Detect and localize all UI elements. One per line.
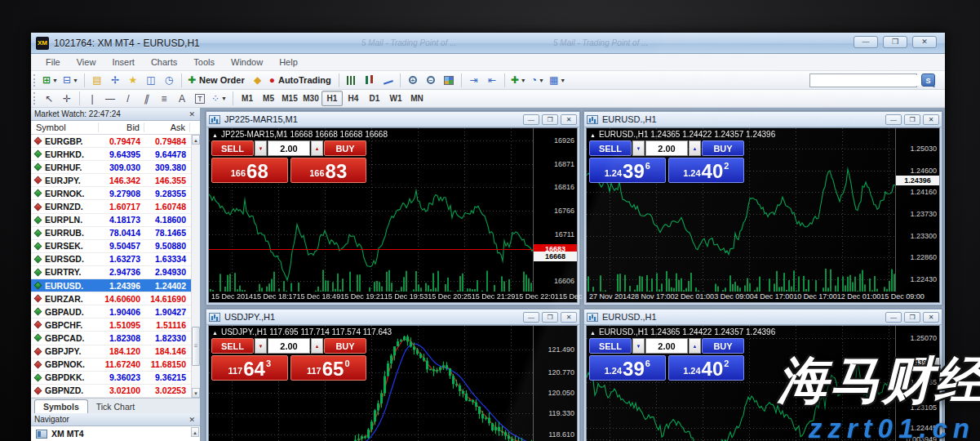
volume-input[interactable]: 2.00 [268, 140, 310, 156]
new-order-button[interactable]: ✚New Order [185, 73, 249, 88]
timeframe-h1[interactable]: H1 [321, 91, 343, 106]
templates-button[interactable]: ▦▼ [547, 73, 568, 88]
minimize-button[interactable]: — [523, 312, 539, 323]
market-watch-row-gbpaud[interactable]: GBPAUD.1.904061.90427 [31, 305, 200, 318]
arrows-tool-button[interactable]: ⁘▼ [209, 91, 229, 106]
close-button[interactable]: ✕ [923, 114, 939, 125]
buy-price-box[interactable]: 16683 [290, 158, 367, 183]
market-watch-row-eurnzd[interactable]: EURNZD.1.607171.60748 [31, 200, 200, 213]
volume-decrease-button[interactable]: ▼ [632, 140, 645, 156]
timeframe-m5[interactable]: M5 [258, 91, 279, 106]
buy-button[interactable]: BUY [702, 338, 744, 354]
column-bid[interactable]: Bid [99, 122, 144, 132]
bar-chart-button[interactable] [343, 73, 361, 88]
buy-price-box[interactable]: 117650 [290, 355, 367, 381]
market-watch-row-gbpnzd[interactable]: GBPNZD.3.021003.02253 [31, 385, 200, 398]
candlestick-chart-button[interactable] [361, 73, 379, 88]
market-watch-row-eurhuf[interactable]: EURHUF.309.030309.380 [31, 161, 200, 174]
chart-shift-button[interactable]: ⇤ [483, 73, 501, 88]
close-button[interactable]: ✕ [912, 36, 937, 48]
line-chart-button[interactable] [379, 73, 397, 88]
navigator-toggle[interactable]: ★ [124, 73, 142, 88]
timeframe-h4[interactable]: H4 [343, 91, 364, 106]
buy-button[interactable]: BUY [702, 140, 744, 156]
collapse-panel-icon[interactable]: ▲ [590, 330, 596, 336]
restore-button[interactable]: ❒ [883, 36, 907, 48]
sell-price-box[interactable]: 16668 [211, 158, 288, 183]
sell-button[interactable]: SELL [211, 140, 254, 156]
toolbar-grip[interactable] [33, 74, 38, 87]
tile-windows-button[interactable] [440, 73, 458, 88]
market-watch-row-eurpln[interactable]: EURPLN.4.181734.18600 [31, 214, 200, 227]
strategy-tester-button[interactable]: ◷ [160, 73, 178, 88]
volume-input[interactable]: 2.00 [645, 338, 688, 354]
volume-increase-button[interactable]: ▲ [311, 338, 323, 354]
market-watch-toggle[interactable]: ▤ [88, 73, 106, 88]
tab-symbols[interactable]: Symbols [34, 399, 88, 413]
timeframe-m1[interactable]: M1 [237, 91, 258, 106]
market-watch-row-eurhkd[interactable]: EURHKD.9.643959.64478 [31, 148, 200, 161]
chart-window-titlebar[interactable]: USDJPY.,H1—❒✕ [206, 310, 579, 325]
metaeditor-button[interactable]: ◆ [249, 73, 267, 88]
vertical-line-tool-button[interactable]: | [83, 91, 101, 106]
price-axis[interactable]: 1.250301.246001.241601.237301.233001.228… [895, 128, 939, 293]
timeframe-w1[interactable]: W1 [385, 91, 406, 106]
market-watch-row-gbpjpy[interactable]: GBPJPY.184.120184.146 [31, 345, 200, 359]
market-watch-header[interactable]: Market Watch: 22:47:24 ✕ [31, 108, 200, 121]
navigator-item-xm-mt4[interactable]: XM MT4 [51, 429, 84, 439]
restore-button[interactable]: ❒ [904, 114, 920, 125]
collapse-panel-icon[interactable]: ▲ [590, 132, 596, 138]
new-chart-button[interactable]: ⊞▼ [40, 73, 60, 88]
sell-price-box[interactable]: 1.24396 [589, 355, 666, 381]
indicators-button[interactable]: ✚▼ [508, 73, 529, 88]
search-input[interactable] [810, 75, 925, 86]
cursor-tool-button[interactable]: ↖ [40, 91, 58, 106]
menu-insert[interactable]: Insert [104, 54, 143, 70]
sell-button[interactable]: SELL [589, 140, 632, 156]
menu-help[interactable]: Help [271, 54, 306, 70]
zoom-in-button[interactable]: + [404, 73, 422, 88]
minimize-button[interactable]: — [523, 114, 539, 125]
restore-button[interactable]: ❒ [904, 312, 920, 323]
buy-button[interactable]: BUY [324, 338, 366, 354]
market-watch-row-eurtry[interactable]: EURTRY.2.947362.94930 [31, 266, 200, 279]
time-axis[interactable]: 15 Dec 201415 Dec 18:1715 Dec 18:4915 De… [209, 292, 577, 302]
title-bar[interactable]: XM 1021764: XM MT4 - EURUSD,H1 5 Mail - … [31, 33, 945, 54]
close-button[interactable]: ✕ [923, 312, 939, 323]
volume-increase-button[interactable]: ▲ [689, 338, 701, 354]
minimize-button[interactable]: — [885, 114, 902, 125]
profiles-button[interactable]: ⊟▼ [60, 73, 81, 88]
market-watch-row-gbpcad[interactable]: GBPCAD.1.823081.82330 [31, 332, 200, 345]
chart-window-titlebar[interactable]: EURUSD.,H1—❒✕ [584, 112, 942, 127]
sell-price-box[interactable]: 117643 [211, 355, 288, 381]
menu-view[interactable]: View [69, 54, 104, 70]
periods-button[interactable]: ◔▼ [529, 73, 547, 88]
minimize-button[interactable]: — [854, 36, 878, 48]
menu-file[interactable]: File [38, 54, 69, 70]
fibonacci-tool-button[interactable]: ≡ [155, 91, 173, 106]
volume-input[interactable]: 2.00 [268, 338, 310, 354]
close-icon[interactable]: ✕ [187, 416, 197, 424]
volume-increase-button[interactable]: ▲ [311, 140, 323, 156]
navigator-header[interactable]: Navigator ✕ [31, 413, 200, 426]
collapse-panel-icon[interactable]: ▲ [212, 330, 218, 336]
menu-window[interactable]: Window [223, 54, 271, 70]
minimize-button[interactable]: — [885, 312, 902, 323]
volume-decrease-button[interactable]: ▼ [632, 338, 645, 354]
market-watch-row-eurzar[interactable]: EURZAR.14.6060014.61690 [31, 292, 200, 305]
market-watch-row-eurnok[interactable]: EURNOK.9.279089.28355 [31, 187, 200, 200]
scroll-up-icon[interactable]: ▲ [191, 427, 199, 437]
volume-decrease-button[interactable]: ▼ [255, 140, 267, 156]
trendline-tool-button[interactable]: / [119, 91, 137, 106]
market-watch-row-eursgd[interactable]: EURSGD.1.632731.63334 [31, 253, 200, 266]
column-ask[interactable]: Ask [144, 122, 190, 132]
price-axis[interactable]: 1692616871168161676616711166061668316668 [533, 128, 577, 293]
scrollbar-thumb[interactable] [192, 327, 200, 366]
sell-button[interactable]: SELL [589, 338, 632, 354]
market-watch-scrollbar[interactable]: ▲ ▼ [191, 135, 200, 398]
market-watch-row-eurgbp[interactable]: EURGBP.0.794740.79484 [31, 135, 200, 148]
buy-price-box[interactable]: 1.24402 [668, 158, 745, 183]
close-icon[interactable]: ✕ [187, 110, 197, 118]
market-watch-row-eurjpy[interactable]: EURJPY.146.342146.355 [31, 174, 200, 187]
search-box[interactable] [809, 74, 917, 87]
